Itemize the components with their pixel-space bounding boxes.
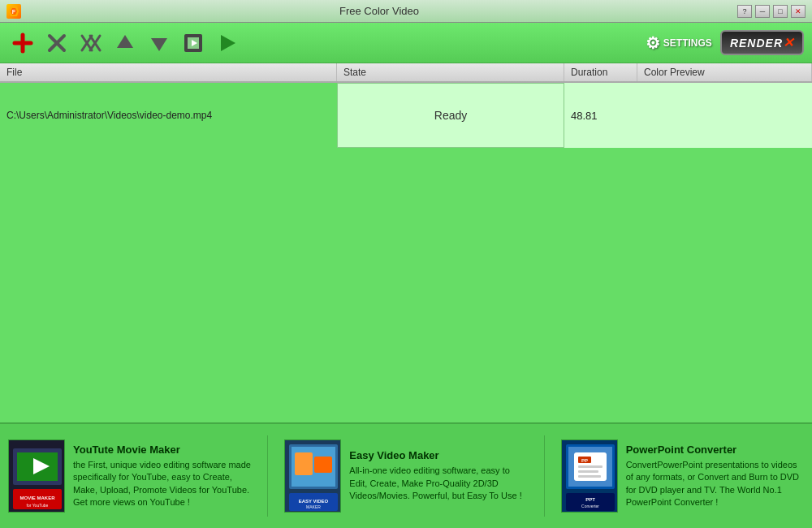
svg-rect-27 — [295, 452, 313, 475]
svg-rect-40 — [578, 475, 601, 478]
promo-desc-youtube: the First, unique video editing software… — [73, 459, 251, 509]
col-header-preview: Color Preview — [637, 63, 812, 81]
promo-desc-easyvideo: All-in-one video editing software, easy … — [349, 465, 527, 502]
settings-button[interactable]: ⚙ SETTINGS — [646, 33, 712, 53]
settings-label: SETTINGS — [663, 37, 712, 49]
svg-marker-12 — [151, 38, 167, 51]
render-label: RENDER — [730, 37, 783, 50]
svg-marker-11 — [117, 35, 133, 48]
move-down-button[interactable] — [145, 28, 174, 58]
svg-text:PPT: PPT — [585, 497, 595, 502]
minimize-button[interactable]: ─ — [755, 5, 770, 18]
svg-rect-28 — [314, 457, 332, 473]
svg-text:F: F — [12, 9, 16, 15]
svg-text:for YouTube: for YouTube — [27, 503, 49, 508]
title-bar: F Free Color Video ? ─ □ ✕ — [0, 0, 812, 23]
promo-text-ppt: PowerPoint Converter ConvertPowerPoint p… — [626, 444, 804, 509]
logo-icon: F — [6, 4, 21, 19]
render-button[interactable]: RENDER ✕ — [720, 30, 804, 55]
promo-item-easyvideo[interactable]: EASY VIDEO MAKER Easy Video Maker All-in… — [284, 439, 527, 513]
move-up-button[interactable] — [110, 28, 140, 58]
remove-file-button[interactable] — [42, 28, 71, 58]
svg-text:PP: PP — [581, 458, 588, 463]
col-header-state: State — [337, 63, 564, 81]
svg-text:MOVIE MAKER: MOVIE MAKER — [19, 496, 55, 500]
window-controls[interactable]: ? ─ □ ✕ — [737, 5, 806, 18]
promo-title-easyvideo: Easy Video Maker — [349, 449, 527, 461]
promo-title-youtube: YouTute Movie Maker — [73, 444, 251, 456]
svg-text:MAKER: MAKER — [306, 504, 321, 509]
promo-desc-ppt: ConvertPowerPoint presentations to video… — [626, 459, 804, 509]
render-x-icon: ✕ — [783, 35, 794, 50]
promo-divider-2 — [544, 435, 545, 517]
col-header-file: File — [0, 63, 337, 81]
cell-file: C:\Users\Administrator\Videos\video-demo… — [0, 83, 337, 148]
promo-image-ppt: PP PPT Converter — [561, 439, 618, 513]
toolbar-right: ⚙ SETTINGS RENDER ✕ — [646, 30, 804, 55]
add-file-button[interactable] — [8, 28, 37, 58]
preview-button[interactable] — [179, 28, 208, 58]
promo-item-ppt[interactable]: PP PPT Converter PowerPoint Converter Co… — [561, 439, 804, 513]
svg-rect-38 — [578, 465, 603, 468]
promo-area: MOVIE MAKER for YouTube YouTute Movie Ma… — [0, 422, 812, 528]
svg-text:Converter: Converter — [581, 504, 599, 509]
close-button[interactable]: ✕ — [791, 5, 806, 18]
start-button[interactable] — [213, 28, 242, 58]
promo-text-easyvideo: Easy Video Maker All-in-one video editin… — [349, 449, 527, 502]
remove-all-button[interactable] — [76, 28, 106, 58]
svg-rect-39 — [578, 470, 598, 473]
app-title: Free Color Video — [21, 5, 737, 17]
svg-marker-16 — [221, 35, 235, 51]
toolbar: ⚙ SETTINGS RENDER ✕ — [0, 23, 812, 63]
maximize-button[interactable]: □ — [773, 5, 788, 18]
promo-divider-1 — [267, 435, 268, 517]
col-header-duration: Duration — [564, 63, 637, 81]
app-logo: F — [6, 4, 21, 19]
promo-title-ppt: PowerPoint Converter — [626, 444, 804, 456]
promo-image-youtube: MOVIE MAKER for YouTube — [8, 439, 65, 513]
table-row[interactable]: C:\Users\Administrator\Videos\video-demo… — [0, 83, 812, 148]
promo-item-youtube[interactable]: MOVIE MAKER for YouTube YouTute Movie Ma… — [8, 439, 251, 513]
file-list: C:\Users\Administrator\Videos\video-demo… — [0, 83, 812, 392]
promo-text-youtube: YouTute Movie Maker the First, unique vi… — [73, 444, 251, 509]
gear-icon: ⚙ — [646, 33, 660, 53]
cell-state: Ready — [337, 83, 564, 148]
table-header: File State Duration Color Preview — [0, 63, 812, 83]
svg-text:EASY VIDEO: EASY VIDEO — [299, 499, 329, 504]
promo-image-easyvideo: EASY VIDEO MAKER — [284, 439, 341, 513]
cell-preview — [637, 83, 812, 148]
help-button[interactable]: ? — [737, 5, 752, 18]
cell-duration: 48.81 — [564, 83, 637, 148]
